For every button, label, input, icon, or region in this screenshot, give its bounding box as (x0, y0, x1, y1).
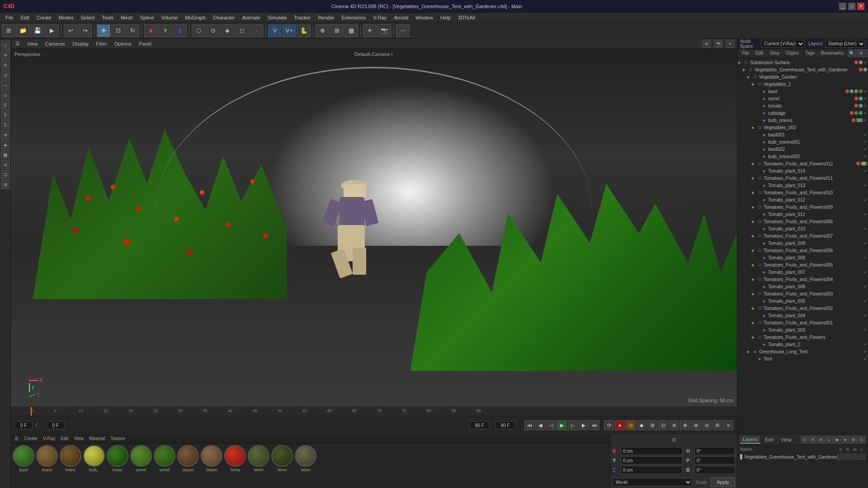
layers-tab[interactable]: Layers (740, 436, 760, 444)
tree-tomatoes-005-group[interactable]: ▶ ⬡ Tomatoes_Fruits_and_Flowers005 (737, 261, 868, 268)
coord-h-field[interactable] (694, 447, 735, 455)
tree-tomato-plant-012[interactable]: ◈ Tomato_plant_012 ✓ (737, 196, 868, 203)
panel-tab-bookmarks[interactable]: Bookmarks (818, 50, 846, 56)
menu-select[interactable]: Select (77, 14, 99, 21)
left-tool-6[interactable]: ⊙ (1, 90, 10, 99)
layers-icon-5[interactable]: ▶ (834, 436, 841, 443)
left-tool-13[interactable]: ⊛ (1, 160, 10, 169)
tree-tomato-plant-013[interactable]: ◈ Tomato_plant_013 ✓ (737, 182, 868, 189)
left-tool-9[interactable]: S (1, 120, 10, 129)
tree-tomato-plant-009[interactable]: ◈ Tomato_plant_009 ✓ (737, 239, 868, 247)
tree-tomato-plant-007[interactable]: ◈ Tomato_plant_007 ✓ (737, 268, 868, 276)
vp-menu-panel[interactable]: Panel (137, 41, 153, 47)
layers-icon-4[interactable]: L (826, 436, 833, 443)
material-sorrel2[interactable]: sorrel (154, 445, 175, 472)
tree-greenhouse-long-tent[interactable]: ▶ ◈ Greenhouse_Long_Tent ✓ (737, 348, 868, 355)
left-tool-select[interactable]: ⬡ (1, 41, 10, 50)
left-tool-10[interactable]: ⊗ (1, 130, 10, 139)
tool-light[interactable]: ☀ (363, 24, 377, 37)
menu-character[interactable]: Character (209, 14, 238, 21)
vp-menu-display[interactable]: Display (71, 41, 90, 47)
key-button[interactable]: ◆ (637, 420, 646, 430)
tree-tomatoes-002-group[interactable]: ▶ ⬡ Tomatoes_Fruits_and_Flowers002 (737, 305, 868, 312)
tree-tomatoes-006-group[interactable]: ▶ ⬡ Tomatoes_Fruits_and_Flowers006 (737, 247, 868, 254)
tree-tomatoes-007-group[interactable]: ▶ ⬡ Tomatoes_Fruits_and_Flowers007 (737, 232, 868, 239)
tree-tomatoes-004-group[interactable]: ▶ ⬡ Tomatoes_Fruits_and_Flowers004 (737, 276, 868, 283)
tree-tomato-plant-006[interactable]: ◈ Tomato_plant_006 ✓ (737, 283, 868, 290)
tree-tomato-plant-010[interactable]: ◈ Tomato_plant_010 ✓ (737, 225, 868, 232)
left-tool-scale[interactable]: ⊡ (1, 70, 10, 80)
timeline-icon-4[interactable]: ⊕ (680, 420, 690, 430)
timeline-icon-3[interactable]: ⊛ (669, 420, 679, 430)
layer-l-icon[interactable]: · (859, 454, 865, 460)
left-tool-8[interactable]: S (1, 110, 10, 119)
go-end-button[interactable]: ⏭ (590, 420, 599, 430)
next-frame-button[interactable]: ▶ (579, 420, 589, 430)
tool-select-obj[interactable]: ⬡ (192, 24, 205, 37)
mat-menu-view[interactable]: View (72, 436, 85, 441)
material-bulb[interactable]: bulb_ (83, 445, 105, 472)
mat-menu-edit[interactable]: Edit (59, 436, 70, 441)
viewport[interactable]: Perspective Default-Camera ▾ Grid Spacin… (11, 49, 737, 407)
tree-vegetables-1[interactable]: ▶ ⬡ Vegetables_1 (737, 80, 868, 88)
go-start-button[interactable]: ⏮ (524, 420, 534, 430)
tree-tent[interactable]: ◈ Tent ✓ (737, 355, 868, 362)
menu-arnold[interactable]: Arnold (390, 14, 412, 21)
menu-file[interactable]: File (2, 14, 17, 21)
left-tool-rotate[interactable]: ↻ (1, 61, 10, 70)
tool-save[interactable]: 💾 (31, 24, 44, 37)
tool-move[interactable]: ✛ (97, 24, 110, 37)
tree-tomato-plant-008[interactable]: ◈ Tomato_plant_008 ✓ (737, 254, 868, 261)
panel-tab-file[interactable]: File (739, 50, 752, 56)
material-branc2[interactable]: branc (60, 445, 81, 472)
tool-point[interactable]: · (250, 24, 263, 37)
tool-render[interactable]: ▶ (45, 24, 59, 37)
filter-icon[interactable]: ⚙ (857, 49, 865, 57)
tree-tomatoes-001-group[interactable]: ▶ ⬡ Tomatoes_Fruits_and_Flowers001 (737, 319, 868, 326)
mat-menu-toggle[interactable]: ☰ (13, 436, 20, 441)
tool-x-axis[interactable]: X (144, 24, 158, 37)
fps-field[interactable] (495, 421, 515, 429)
menu-mesh[interactable]: Mesh (117, 14, 137, 21)
left-tool-15[interactable]: ⊞ (1, 180, 10, 189)
tool-y-axis[interactable]: Y (159, 24, 172, 37)
tree-subdivision-surface[interactable]: ▶ ⬡ Subdivision Surface ✓ (737, 59, 868, 66)
left-tool-11[interactable]: ◈ (1, 140, 10, 149)
tool-open[interactable]: 📁 (16, 24, 30, 37)
menu-extensions[interactable]: Extensions (338, 14, 369, 21)
tree-vegetables-002[interactable]: ▶ ⬡ Vegetables_002 (737, 124, 868, 131)
menu-spline[interactable]: Spline (137, 14, 158, 21)
material-steam1[interactable]: steam (177, 445, 199, 472)
layer-m-icon[interactable]: · (852, 454, 858, 460)
tool-extras[interactable]: ⋯ (396, 24, 410, 37)
tool-grid[interactable]: ⊞ (330, 24, 344, 37)
tool-edge[interactable]: ◻ (235, 24, 249, 37)
play-button[interactable]: ▶ (557, 420, 567, 430)
menu-mograph[interactable]: MoGraph (181, 14, 209, 21)
loop-button[interactable]: ⟳ (604, 420, 614, 430)
layer-r-icon[interactable]: · (844, 454, 851, 460)
tree-tomato-plant-2[interactable]: ◈ Tomato_plant_2 ✓ (737, 341, 868, 348)
mat-menu-texture[interactable]: Texture (109, 436, 127, 441)
left-tool-5[interactable]: — (1, 80, 10, 89)
vp-menu-cameras[interactable]: Cameras (43, 41, 67, 47)
current-frame-field[interactable] (14, 421, 33, 429)
menu-edit[interactable]: Edit (17, 14, 33, 21)
auto-key-button[interactable]: ⊙ (626, 420, 636, 430)
left-tool-12[interactable]: ▦ (1, 150, 10, 159)
layers-icon-2[interactable]: R (809, 436, 816, 443)
tree-basil[interactable]: ◈ basil ✓ (737, 88, 868, 95)
menu-render[interactable]: Render (314, 14, 338, 21)
vp-ctrl-maximize[interactable]: ⊞ (703, 40, 711, 48)
tool-vray-1[interactable]: V (268, 24, 282, 37)
node-space-select[interactable]: Current (V-Ray) (761, 40, 805, 48)
maximize-button[interactable]: □ (848, 3, 855, 10)
material-steam2[interactable]: Steam (201, 445, 222, 472)
end-frame-field[interactable] (469, 421, 490, 429)
tree-tomato-plant-004[interactable]: ◈ Tomato_plant_004 ✓ (737, 312, 868, 319)
vp-menu-view[interactable]: View (25, 41, 40, 47)
apply-button[interactable]: Apply (711, 477, 735, 487)
timeline-icon-7[interactable]: ⚙ (712, 420, 722, 430)
mat-menu-vray[interactable]: V-Ray (41, 436, 57, 441)
timeline-icon-2[interactable]: ⊡ (658, 420, 668, 430)
